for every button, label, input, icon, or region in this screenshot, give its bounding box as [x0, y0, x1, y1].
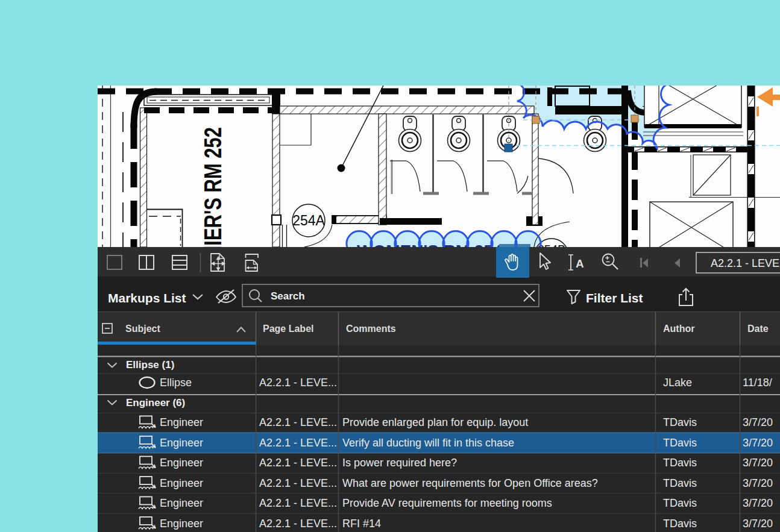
svg-text:JLake: JLake — [663, 377, 692, 389]
svg-text:TDavis: TDavis — [663, 477, 697, 489]
svg-text:Subject: Subject — [125, 324, 160, 334]
svg-text:Engineer: Engineer — [160, 497, 203, 509]
svg-text:A2.2.1 - LEVE...: A2.2.1 - LEVE... — [259, 518, 337, 530]
svg-text:Author: Author — [663, 324, 694, 334]
svg-text:Verify all ducting will fit in: Verify all ducting will fit in this chas… — [342, 437, 514, 449]
svg-text:3/7/20: 3/7/20 — [743, 477, 773, 489]
svg-text:Ellipse (1): Ellipse (1) — [126, 359, 174, 371]
svg-text:3/7/20: 3/7/20 — [743, 437, 773, 449]
svg-text:Engineer: Engineer — [160, 437, 203, 449]
svg-text:A2.2.1 - LEVE...: A2.2.1 - LEVE... — [259, 497, 337, 509]
svg-text:Provide enlarged plan for equi: Provide enlarged plan for equip. layout — [342, 416, 528, 428]
svg-text:A2.2.1 - LEVE...: A2.2.1 - LEVE... — [259, 416, 337, 428]
svg-text:3/7/20: 3/7/20 — [743, 416, 773, 428]
svg-text:TDavis: TDavis — [663, 457, 697, 469]
svg-text:3/7/20: 3/7/20 — [743, 518, 773, 530]
svg-text:Markups List: Markups List — [108, 291, 186, 305]
svg-text:Engineer (6): Engineer (6) — [126, 397, 185, 408]
svg-text:Provide AV requirements for me: Provide AV requirements for meeting room… — [342, 497, 552, 509]
svg-text:A2.2.1 - LEVEL: A2.2.1 - LEVEL — [711, 257, 780, 269]
svg-text:TDavis: TDavis — [663, 416, 697, 428]
svg-text:Page Label: Page Label — [263, 324, 313, 334]
svg-text:TDavis: TDavis — [663, 437, 697, 449]
svg-text:TDavis: TDavis — [663, 497, 697, 509]
svg-text:Comments: Comments — [346, 324, 396, 334]
svg-text:11/18/: 11/18/ — [743, 377, 772, 389]
svg-text:Engineer: Engineer — [160, 518, 203, 530]
svg-text:RFI #14: RFI #14 — [342, 518, 381, 530]
svg-text:254A: 254A — [292, 213, 325, 228]
svg-text:Is power required here?: Is power required here? — [342, 457, 457, 469]
svg-text:WOMEN'S RM 254: WOMEN'S RM 254 — [357, 242, 503, 247]
svg-text:Filter List: Filter List — [586, 291, 643, 305]
svg-text:3/7/20: 3/7/20 — [743, 457, 773, 469]
svg-text:HIER'S RM 252: HIER'S RM 252 — [200, 127, 226, 247]
svg-text:TDavis: TDavis — [663, 518, 697, 530]
svg-text:Engineer: Engineer — [160, 477, 203, 489]
svg-text:A2.2.1 - LEVE...: A2.2.1 - LEVE... — [259, 477, 337, 489]
svg-text:What are power requirements fo: What are power requirements for Open Off… — [342, 477, 598, 489]
svg-text:Engineer: Engineer — [160, 457, 203, 469]
svg-text:Ellipse: Ellipse — [160, 377, 192, 389]
svg-text:Date: Date — [747, 324, 769, 334]
svg-text:A2.2.1 - LEVE...: A2.2.1 - LEVE... — [259, 377, 337, 389]
svg-text:Search: Search — [271, 290, 305, 302]
svg-text:254B: 254B — [538, 243, 566, 247]
svg-text:A2.2.1 - LEVE...: A2.2.1 - LEVE... — [259, 437, 337, 449]
svg-text:3/7/20: 3/7/20 — [743, 497, 773, 509]
svg-text:A: A — [576, 257, 584, 270]
svg-text:A2.2.1 - LEVE...: A2.2.1 - LEVE... — [259, 457, 337, 469]
svg-text:Engineer: Engineer — [160, 416, 203, 428]
